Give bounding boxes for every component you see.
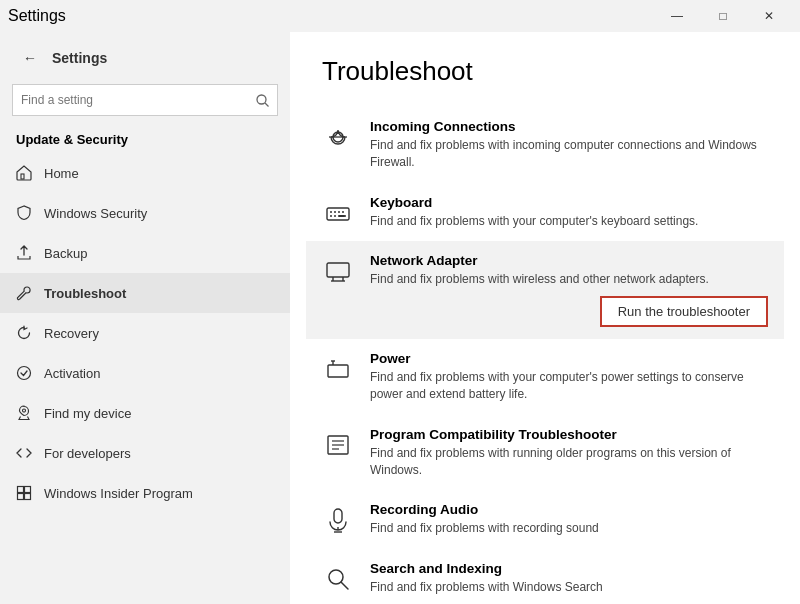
run-btn-container: Run the troubleshooter bbox=[370, 296, 768, 327]
network-adapter-desc: Find and fix problems with wireless and … bbox=[370, 271, 768, 288]
network-adapter-icon bbox=[322, 255, 354, 287]
sidebar-item-windows-security[interactable]: Windows Security bbox=[0, 193, 290, 233]
troubleshoot-item-network-adapter: Network Adapter Find and fix problems wi… bbox=[306, 241, 784, 339]
sidebar: ← Settings Update & Security Home bbox=[0, 32, 290, 604]
power-title: Power bbox=[370, 351, 768, 366]
power-desc: Find and fix problems with your computer… bbox=[370, 369, 768, 403]
titlebar-title: Settings bbox=[8, 7, 66, 25]
home-label: Home bbox=[44, 166, 79, 181]
svg-point-4 bbox=[23, 409, 26, 412]
for-developers-label: For developers bbox=[44, 446, 131, 461]
program-compatibility-title: Program Compatibility Troubleshooter bbox=[370, 427, 768, 442]
windows-insider-label: Windows Insider Program bbox=[44, 486, 193, 501]
recovery-label: Recovery bbox=[44, 326, 99, 341]
search-input[interactable] bbox=[21, 93, 250, 107]
svg-rect-8 bbox=[25, 494, 31, 500]
sidebar-item-activation[interactable]: Activation bbox=[0, 353, 290, 393]
sidebar-item-find-my-device[interactable]: Find my device bbox=[0, 393, 290, 433]
windows-security-label: Windows Security bbox=[44, 206, 147, 221]
troubleshoot-item-program-compatibility: Program Compatibility Troubleshooter Fin… bbox=[322, 415, 768, 491]
network-adapter-content: Network Adapter Find and fix problems wi… bbox=[370, 253, 768, 327]
svg-rect-10 bbox=[327, 208, 349, 220]
troubleshoot-item-recording-audio: Recording Audio Find and fix problems wi… bbox=[322, 490, 768, 549]
svg-rect-23 bbox=[328, 365, 348, 377]
upload-icon bbox=[16, 245, 32, 261]
svg-rect-5 bbox=[18, 487, 24, 493]
svg-line-34 bbox=[341, 582, 348, 589]
refresh-icon bbox=[16, 325, 32, 341]
svg-rect-7 bbox=[18, 494, 24, 500]
troubleshoot-item-incoming-connections: Incoming Connections Find and fix proble… bbox=[322, 107, 768, 183]
sidebar-app-title: Settings bbox=[52, 50, 107, 66]
svg-rect-6 bbox=[25, 487, 31, 493]
power-content: Power Find and fix problems with your co… bbox=[370, 351, 768, 403]
code-icon bbox=[16, 445, 32, 461]
recording-audio-title: Recording Audio bbox=[370, 502, 768, 517]
titlebar-left: Settings bbox=[8, 7, 66, 25]
network-adapter-title: Network Adapter bbox=[370, 253, 768, 268]
search-indexing-desc: Find and fix problems with Windows Searc… bbox=[370, 579, 768, 596]
power-icon bbox=[322, 353, 354, 385]
keyboard-title: Keyboard bbox=[370, 195, 768, 210]
wrench-icon bbox=[16, 285, 32, 301]
program-compatibility-desc: Find and fix problems with running older… bbox=[370, 445, 768, 479]
run-troubleshooter-button[interactable]: Run the troubleshooter bbox=[600, 296, 768, 327]
windows-icon bbox=[16, 485, 32, 501]
svg-rect-19 bbox=[327, 263, 349, 277]
svg-line-1 bbox=[265, 103, 269, 107]
keyboard-desc: Find and fix problems with your computer… bbox=[370, 213, 768, 230]
keyboard-content: Keyboard Find and fix problems with your… bbox=[370, 195, 768, 230]
incoming-connections-title: Incoming Connections bbox=[370, 119, 768, 134]
back-button[interactable]: ← bbox=[16, 44, 44, 72]
svg-rect-30 bbox=[334, 509, 342, 523]
backup-label: Backup bbox=[44, 246, 87, 261]
program-compatibility-content: Program Compatibility Troubleshooter Fin… bbox=[370, 427, 768, 479]
titlebar-controls: — □ ✕ bbox=[654, 0, 792, 32]
app-container: ← Settings Update & Security Home bbox=[0, 32, 800, 604]
sidebar-item-troubleshoot[interactable]: Troubleshoot bbox=[0, 273, 290, 313]
page-title: Troubleshoot bbox=[322, 56, 768, 87]
titlebar: Settings — □ ✕ bbox=[0, 0, 800, 32]
sidebar-item-windows-insider[interactable]: Windows Insider Program bbox=[0, 473, 290, 513]
troubleshoot-label: Troubleshoot bbox=[44, 286, 126, 301]
sidebar-nav-top: ← Settings bbox=[0, 36, 290, 80]
search-box[interactable] bbox=[12, 84, 278, 116]
recording-audio-content: Recording Audio Find and fix problems wi… bbox=[370, 502, 768, 537]
search-icon bbox=[256, 94, 269, 107]
location-icon bbox=[16, 405, 32, 421]
program-compatibility-icon bbox=[322, 429, 354, 461]
svg-point-0 bbox=[257, 95, 266, 104]
sidebar-item-home[interactable]: Home bbox=[0, 153, 290, 193]
troubleshoot-item-keyboard: Keyboard Find and fix problems with your… bbox=[322, 183, 768, 242]
section-header: Update & Security bbox=[0, 124, 290, 153]
incoming-connections-desc: Find and fix problems with incoming comp… bbox=[370, 137, 768, 171]
sidebar-item-for-developers[interactable]: For developers bbox=[0, 433, 290, 473]
troubleshoot-item-search-indexing: Search and Indexing Find and fix problem… bbox=[322, 549, 768, 604]
recording-audio-desc: Find and fix problems with recording sou… bbox=[370, 520, 768, 537]
shield-icon bbox=[16, 205, 32, 221]
find-my-device-label: Find my device bbox=[44, 406, 131, 421]
search-indexing-icon bbox=[322, 563, 354, 595]
minimize-button[interactable]: — bbox=[654, 0, 700, 32]
search-indexing-content: Search and Indexing Find and fix problem… bbox=[370, 561, 768, 596]
check-circle-icon bbox=[16, 365, 32, 381]
activation-label: Activation bbox=[44, 366, 100, 381]
sidebar-item-backup[interactable]: Backup bbox=[0, 233, 290, 273]
close-button[interactable]: ✕ bbox=[746, 0, 792, 32]
keyboard-icon bbox=[322, 197, 354, 229]
recording-audio-icon bbox=[322, 504, 354, 536]
troubleshoot-item-power: Power Find and fix problems with your co… bbox=[322, 339, 768, 415]
sidebar-item-recovery[interactable]: Recovery bbox=[0, 313, 290, 353]
home-icon bbox=[16, 165, 32, 181]
maximize-button[interactable]: □ bbox=[700, 0, 746, 32]
incoming-connections-content: Incoming Connections Find and fix proble… bbox=[370, 119, 768, 171]
main-content: Troubleshoot Incoming Connections Find a… bbox=[290, 32, 800, 604]
search-indexing-title: Search and Indexing bbox=[370, 561, 768, 576]
incoming-connections-icon bbox=[322, 121, 354, 153]
svg-rect-2 bbox=[21, 174, 24, 179]
svg-point-3 bbox=[18, 367, 31, 380]
